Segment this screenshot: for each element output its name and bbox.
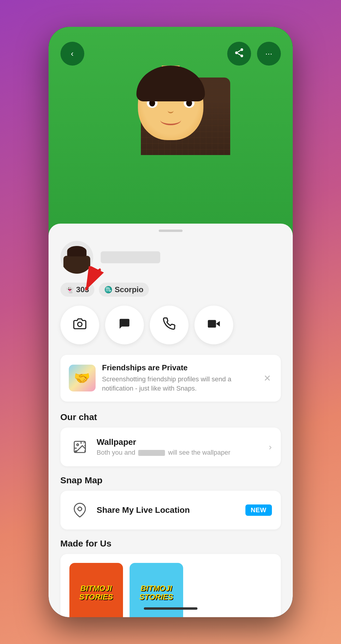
- our-chat-section-header: Our chat: [60, 412, 281, 422]
- wallpaper-text: Wallpaper Both you and will see the wall…: [97, 437, 262, 456]
- svg-line-4: [237, 50, 240, 52]
- friendship-text: Friendships are Private Screenshotting f…: [102, 363, 256, 393]
- svg-point-2: [240, 55, 243, 57]
- friendship-image: 🤝: [69, 365, 96, 391]
- share-location-label: Share My Live Location: [97, 505, 239, 515]
- svg-rect-8: [208, 320, 216, 328]
- more-icon: ···: [265, 49, 272, 58]
- video-icon: [207, 317, 220, 333]
- svg-point-1: [235, 51, 238, 54]
- share-icon: [234, 47, 245, 60]
- red-arrow-indicator: [77, 266, 107, 297]
- chat-button[interactable]: [105, 306, 144, 344]
- new-badge: NEW: [245, 504, 272, 516]
- camera-button[interactable]: [60, 306, 99, 344]
- back-button[interactable]: ‹: [60, 42, 84, 66]
- svg-point-10: [77, 444, 78, 445]
- share-button[interactable]: [227, 42, 251, 66]
- wallpaper-title: Wallpaper: [97, 437, 262, 447]
- drag-handle[interactable]: [159, 230, 183, 232]
- back-icon: ‹: [71, 49, 74, 58]
- phone-frame: ‹ ···: [49, 27, 293, 617]
- bitmoji-stories-blue-label: BITMOJISTORIES: [136, 581, 176, 604]
- call-button[interactable]: [150, 306, 189, 344]
- svg-line-3: [237, 53, 240, 55]
- close-notice-button[interactable]: ✕: [262, 371, 273, 385]
- svg-point-6: [77, 322, 82, 326]
- wallpaper-icon: [69, 436, 90, 457]
- friendship-description: Screenshotting friendship profiles will …: [102, 375, 256, 393]
- snap-map-section-header: Snap Map: [60, 475, 281, 485]
- chat-icon: [118, 317, 131, 333]
- chevron-right-icon: ›: [269, 442, 272, 452]
- snapchat-ghost-icon: 👻: [66, 286, 74, 294]
- avatar-hero-section: ‹ ···: [49, 27, 293, 236]
- made-for-us-section-header: Made for Us: [60, 538, 281, 549]
- camera-icon: [73, 317, 86, 333]
- top-navigation: ‹ ···: [49, 42, 293, 66]
- wallpaper-card[interactable]: Wallpaper Both you and will see the wall…: [60, 428, 281, 466]
- phone-icon: [163, 317, 176, 333]
- svg-point-0: [240, 48, 243, 51]
- wallpaper-description: Both you and will see the wallpaper: [97, 449, 262, 456]
- friendship-notice-card: 🤝 Friendships are Private Screenshotting…: [60, 355, 281, 402]
- blurred-name: [138, 450, 165, 456]
- svg-marker-7: [216, 321, 220, 326]
- home-indicator: [144, 607, 197, 610]
- profile-name-blurred: [101, 251, 160, 263]
- video-button[interactable]: [194, 306, 233, 344]
- badges-row: 👻 303 ♏ Scorpio: [60, 283, 281, 297]
- zodiac-label: Scorpio: [115, 285, 144, 294]
- profile-bottom-sheet: 👻 303 ♏ Scorpio: [49, 224, 293, 617]
- share-location-card[interactable]: Share My Live Location NEW: [60, 491, 281, 530]
- avatar-figure: [108, 63, 233, 236]
- location-pin-icon: [69, 500, 90, 521]
- more-options-button[interactable]: ···: [257, 42, 281, 66]
- bitmoji-stories-orange-tile[interactable]: BITMOJISTORIES: [69, 563, 123, 617]
- friendship-title: Friendships are Private: [102, 363, 256, 372]
- action-buttons-row: [60, 306, 281, 344]
- bitmoji-stories-orange-label: BITMOJISTORIES: [76, 581, 116, 604]
